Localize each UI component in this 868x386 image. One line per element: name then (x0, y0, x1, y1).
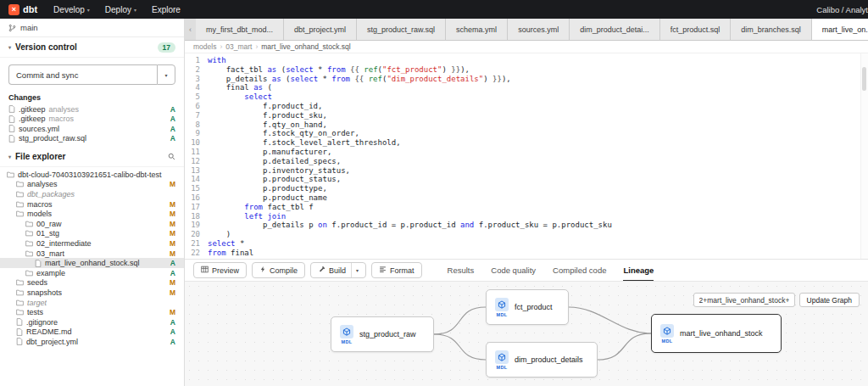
lineage-selector-input[interactable] (693, 293, 795, 307)
nav-menu-deploy[interactable]: Deploy▾ (97, 0, 144, 19)
branch-selector[interactable]: main (0, 19, 184, 37)
commit-and-sync-button[interactable]: Commit and sync (8, 64, 157, 85)
editor-tab-label: fct_product.sql (670, 25, 721, 34)
file-tree-item[interactable]: seedsM (0, 278, 184, 288)
editor-tabbar-tabs: my_first_dbt_mod...dbt_project.ymlstg_pr… (196, 19, 868, 40)
file-tree-item-label: snapshots (27, 288, 62, 297)
file-tree-item[interactable]: modelsM (0, 209, 184, 219)
code-line[interactable]: 9 f.stock_qty_on_order, (185, 129, 868, 138)
nav-menus: Develop▾Deploy▾Explore (46, 0, 188, 19)
code-line-content: p.product_name (208, 193, 327, 203)
file-tree-item-label: 00_raw (36, 220, 62, 228)
editor-tab[interactable]: mart_live_on... (812, 19, 868, 40)
code-line[interactable]: 11 p.manufacturer, (185, 148, 868, 157)
nav-menu-explore[interactable]: Explore (144, 0, 188, 19)
compile-button[interactable]: Compile (252, 262, 305, 278)
code-line[interactable]: 12 p.detailed_specs, (185, 157, 868, 166)
file-tree-item[interactable]: dbt_packages (0, 189, 184, 199)
editor-tab[interactable]: dim_product_detai... (570, 19, 660, 40)
account-breadcrumb[interactable]: Calibo / Analyt (816, 5, 868, 14)
file-tree-item[interactable]: 00_rawM (0, 219, 184, 229)
code-line[interactable]: 13 p.inventory_status, (185, 166, 868, 176)
code-line[interactable]: 7 f.product_sku, (185, 111, 868, 120)
code-line[interactable]: 6 f.product_id, (185, 102, 868, 111)
editor-tab[interactable]: sources.yml (508, 19, 570, 40)
code-line[interactable]: 8 f.qty_on_hand, (185, 120, 868, 130)
nav-menu-develop[interactable]: Develop▾ (46, 0, 97, 19)
code-line[interactable]: 20 ) (185, 230, 868, 239)
commit-options-button[interactable]: ▾ (157, 64, 175, 85)
file-tree-item[interactable]: dbt-cloud-70403103921651-calibo-dbt-test (0, 170, 184, 180)
update-graph-button[interactable]: Update Graph (799, 293, 860, 307)
version-control-header[interactable]: ▾ Version control 17 (0, 37, 184, 58)
editor-tab[interactable]: fct_product.sql (660, 19, 732, 40)
editor-tab[interactable]: my_first_dbt_mod... (196, 19, 284, 40)
breadcrumb-item[interactable]: 03_mart (225, 42, 252, 51)
tab-code-quality[interactable]: Code quality (491, 260, 536, 282)
code-line[interactable]: 21select * (185, 239, 868, 249)
code-line[interactable]: 19 p_details p on f.product_id = p.produ… (185, 221, 868, 230)
breadcrumb-item[interactable]: models (193, 42, 216, 51)
folder-icon (16, 309, 24, 316)
file-tree-item-label: analyses (27, 180, 58, 188)
tab-results[interactable]: Results (448, 260, 475, 282)
preview-button[interactable]: Preview (193, 262, 247, 278)
build-button[interactable]: Build▾ (310, 262, 366, 278)
code-line[interactable]: 3 p_details as (select * from {{ ref("di… (185, 75, 868, 84)
scrollbar-thumb[interactable] (862, 67, 866, 91)
editor-scrollbar[interactable] (860, 53, 868, 259)
file-tree-item[interactable]: 01_stgM (0, 229, 184, 239)
lineage-node-fct_product[interactable]: MDLfct_product (486, 289, 569, 325)
code-editor[interactable]: 1with2 fact_tbl as (select * from {{ ref… (185, 53, 868, 259)
lineage-node-mart_live_onhand_stock[interactable]: MDLmart_live_onhand_stock (651, 314, 782, 353)
dbt-logo[interactable]: × dbt (0, 0, 46, 19)
code-line[interactable]: 17 from fact_tbl f (185, 203, 868, 212)
lineage-node-stg_product_raw[interactable]: MDLstg_product_raw (331, 316, 434, 352)
code-line[interactable]: 15 p.producttype, (185, 184, 868, 193)
changed-file-row[interactable]: .gitkeepanalysesA (0, 104, 184, 115)
chevron-down-icon[interactable]: ▾ (351, 263, 359, 277)
file-tree-item[interactable]: 03_martM (0, 249, 184, 259)
file-tree-item[interactable]: analysesM (0, 180, 184, 190)
tab-lineage[interactable]: Lineage (623, 260, 654, 282)
editor-tab[interactable]: stg_product_raw.sql (357, 19, 446, 40)
tab-compiled-code[interactable]: Compiled code (553, 260, 606, 282)
file-tree-item[interactable]: mart_live_onhand_stock.sqlA (0, 258, 184, 268)
code-line[interactable]: 22from final (185, 249, 868, 258)
changed-file-row[interactable]: stg_product_raw.sqlA (0, 134, 184, 144)
code-line[interactable]: 14 p.product_status, (185, 175, 868, 184)
file-tree-item[interactable]: 02_intermediateM (0, 238, 184, 249)
code-line[interactable]: 16 p.product_name (185, 193, 868, 203)
code-line[interactable]: 2 fact_tbl as (select * from {{ ref("fct… (185, 65, 868, 75)
file-tree-item[interactable]: dbt_project.ymlA (0, 337, 184, 347)
status-badge: M (170, 220, 175, 228)
changed-file-row[interactable]: sources.ymlA (0, 124, 184, 134)
file-tree-item[interactable]: target (0, 298, 184, 308)
lineage-node-dim_product_details[interactable]: MDLdim_product_details (486, 342, 598, 378)
editor-tab-label: dbt_project.yml (294, 25, 346, 34)
file-tree-item[interactable]: macrosM (0, 199, 184, 210)
code-line[interactable]: 1with (185, 56, 868, 65)
file-tree-item[interactable]: exampleA (0, 268, 184, 278)
editor-tab[interactable]: dbt_project.yml (284, 19, 357, 40)
editor-tab[interactable]: schema.yml (446, 19, 508, 40)
code-line[interactable]: 5 select (185, 92, 868, 102)
file-tree-item[interactable]: .gitignoreA (0, 317, 184, 327)
file-tree-item[interactable]: testsM (0, 307, 184, 317)
tab-scroll-left-button[interactable]: ‹ (185, 19, 196, 40)
editor-tab[interactable]: dim_branches.sql (731, 19, 812, 40)
code-line[interactable]: 10 f.stock_level_alert_threshold, (185, 138, 868, 148)
changed-file-row[interactable]: .gitkeepmacrosA (0, 115, 184, 125)
file-explorer-header[interactable]: ▾ File explorer (0, 147, 184, 167)
file-tree-item[interactable]: README.mdA (0, 327, 184, 338)
file-tree-item[interactable]: snapshotsM (0, 288, 184, 298)
format-button[interactable]: Format (371, 262, 422, 278)
lineage-canvas[interactable]: Update Graph MDLstg_product_rawMDLfct_pr… (185, 281, 868, 386)
code-line-content: f.product_sku, (208, 111, 327, 120)
search-icon[interactable] (168, 153, 175, 160)
code-line[interactable]: 18 left join (185, 212, 868, 221)
code-line[interactable]: 4 final as ( (185, 83, 868, 92)
breadcrumb-separator: › (220, 42, 222, 51)
breadcrumb-item[interactable]: mart_live_onhand_stock.sql (261, 42, 350, 51)
code-line-content: final as ( (208, 83, 272, 92)
